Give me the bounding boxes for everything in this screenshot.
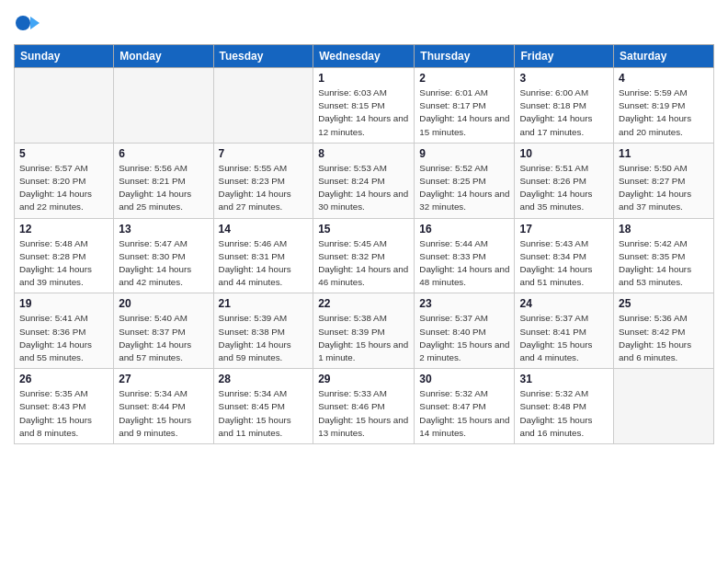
calendar-cell xyxy=(213,68,313,144)
calendar-cell: 6Sunrise: 5:56 AMSunset: 8:21 PMDaylight… xyxy=(114,143,213,218)
calendar-cell xyxy=(15,68,114,144)
day-number: 4 xyxy=(619,72,709,85)
calendar-cell: 5Sunrise: 5:57 AMSunset: 8:20 PMDaylight… xyxy=(15,143,114,218)
calendar-cell: 15Sunrise: 5:45 AMSunset: 8:32 PMDayligh… xyxy=(313,218,415,293)
day-header: Friday xyxy=(515,45,614,68)
logo xyxy=(14,9,47,37)
day-header: Monday xyxy=(114,45,213,68)
calendar-cell: 28Sunrise: 5:34 AMSunset: 8:45 PMDayligh… xyxy=(213,369,313,444)
day-info: Sunrise: 5:45 AMSunset: 8:32 PMDaylight:… xyxy=(318,237,409,290)
day-header: Thursday xyxy=(415,45,515,68)
day-number: 24 xyxy=(519,297,609,310)
calendar-cell: 31Sunrise: 5:32 AMSunset: 8:48 PMDayligh… xyxy=(515,369,614,444)
calendar-cell: 3Sunrise: 6:00 AMSunset: 8:18 PMDaylight… xyxy=(515,68,614,144)
day-info: Sunrise: 5:55 AMSunset: 8:23 PMDaylight:… xyxy=(219,162,309,214)
day-number: 22 xyxy=(318,297,409,310)
day-number: 10 xyxy=(519,147,609,160)
day-info: Sunrise: 5:41 AMSunset: 8:36 PMDaylight:… xyxy=(19,312,108,364)
calendar-cell: 21Sunrise: 5:39 AMSunset: 8:38 PMDayligh… xyxy=(213,293,313,369)
day-number: 26 xyxy=(19,373,108,385)
calendar-cell: 19Sunrise: 5:41 AMSunset: 8:36 PMDayligh… xyxy=(15,293,114,369)
day-info: Sunrise: 5:34 AMSunset: 8:45 PMDaylight:… xyxy=(219,387,309,440)
calendar-cell: 4Sunrise: 5:59 AMSunset: 8:19 PMDaylight… xyxy=(614,68,714,144)
calendar-cell: 29Sunrise: 5:33 AMSunset: 8:46 PMDayligh… xyxy=(313,369,415,444)
day-number: 3 xyxy=(519,72,609,85)
day-number: 9 xyxy=(419,147,509,160)
calendar-cell: 25Sunrise: 5:36 AMSunset: 8:42 PMDayligh… xyxy=(614,293,714,369)
day-info: Sunrise: 6:03 AMSunset: 8:15 PMDaylight:… xyxy=(318,86,409,139)
calendar-cell: 26Sunrise: 5:35 AMSunset: 8:43 PMDayligh… xyxy=(15,369,114,444)
calendar-page: SundayMondayTuesdayWednesdayThursdayFrid… xyxy=(0,0,728,563)
day-info: Sunrise: 5:59 AMSunset: 8:19 PMDaylight:… xyxy=(619,86,709,139)
day-number: 31 xyxy=(519,373,609,385)
day-info: Sunrise: 5:38 AMSunset: 8:39 PMDaylight:… xyxy=(318,312,409,364)
day-number: 15 xyxy=(318,223,409,236)
day-number: 2 xyxy=(419,72,509,85)
day-info: Sunrise: 5:37 AMSunset: 8:41 PMDaylight:… xyxy=(519,312,609,364)
day-info: Sunrise: 5:40 AMSunset: 8:37 PMDaylight:… xyxy=(119,312,208,364)
calendar-cell: 17Sunrise: 5:43 AMSunset: 8:34 PMDayligh… xyxy=(515,218,614,293)
calendar-cell: 13Sunrise: 5:47 AMSunset: 8:30 PMDayligh… xyxy=(114,218,213,293)
calendar-cell: 1Sunrise: 6:03 AMSunset: 8:15 PMDaylight… xyxy=(313,68,415,144)
day-number: 7 xyxy=(219,147,309,160)
calendar-cell: 11Sunrise: 5:50 AMSunset: 8:27 PMDayligh… xyxy=(614,143,714,218)
day-info: Sunrise: 5:33 AMSunset: 8:46 PMDaylight:… xyxy=(318,387,409,440)
day-number: 18 xyxy=(619,223,709,236)
day-info: Sunrise: 5:36 AMSunset: 8:42 PMDaylight:… xyxy=(619,312,709,364)
day-number: 17 xyxy=(519,223,609,236)
calendar-cell: 20Sunrise: 5:40 AMSunset: 8:37 PMDayligh… xyxy=(114,293,213,369)
svg-marker-1 xyxy=(30,17,40,29)
day-number: 19 xyxy=(19,297,108,310)
calendar-cell: 18Sunrise: 5:42 AMSunset: 8:35 PMDayligh… xyxy=(614,218,714,293)
day-info: Sunrise: 5:52 AMSunset: 8:25 PMDaylight:… xyxy=(419,162,509,214)
day-number: 27 xyxy=(119,373,208,385)
calendar-cell: 2Sunrise: 6:01 AMSunset: 8:17 PMDaylight… xyxy=(415,68,515,144)
day-header: Tuesday xyxy=(213,45,313,68)
day-info: Sunrise: 5:51 AMSunset: 8:26 PMDaylight:… xyxy=(519,162,609,214)
day-info: Sunrise: 5:37 AMSunset: 8:40 PMDaylight:… xyxy=(419,312,509,364)
day-number: 23 xyxy=(419,297,509,310)
calendar-cell xyxy=(614,369,714,444)
day-number: 13 xyxy=(119,223,208,236)
calendar-cell: 9Sunrise: 5:52 AMSunset: 8:25 PMDaylight… xyxy=(415,143,515,218)
day-info: Sunrise: 5:53 AMSunset: 8:24 PMDaylight:… xyxy=(318,162,409,214)
logo-icon xyxy=(14,9,41,37)
day-info: Sunrise: 5:47 AMSunset: 8:30 PMDaylight:… xyxy=(119,237,208,290)
day-header: Wednesday xyxy=(313,45,415,68)
day-info: Sunrise: 5:32 AMSunset: 8:48 PMDaylight:… xyxy=(519,387,609,440)
calendar-cell: 8Sunrise: 5:53 AMSunset: 8:24 PMDaylight… xyxy=(313,143,415,218)
day-header: Saturday xyxy=(614,45,714,68)
calendar-cell: 23Sunrise: 5:37 AMSunset: 8:40 PMDayligh… xyxy=(415,293,515,369)
header-row: SundayMondayTuesdayWednesdayThursdayFrid… xyxy=(15,45,714,68)
day-info: Sunrise: 5:34 AMSunset: 8:44 PMDaylight:… xyxy=(119,387,208,440)
day-number: 11 xyxy=(619,147,709,160)
day-info: Sunrise: 5:39 AMSunset: 8:38 PMDaylight:… xyxy=(219,312,309,364)
calendar-cell: 14Sunrise: 5:46 AMSunset: 8:31 PMDayligh… xyxy=(213,218,313,293)
calendar-cell: 30Sunrise: 5:32 AMSunset: 8:47 PMDayligh… xyxy=(415,369,515,444)
day-header: Sunday xyxy=(15,45,114,68)
calendar-cell xyxy=(114,68,213,144)
day-number: 30 xyxy=(419,373,509,385)
day-number: 6 xyxy=(119,147,208,160)
day-info: Sunrise: 5:48 AMSunset: 8:28 PMDaylight:… xyxy=(19,237,108,290)
day-number: 29 xyxy=(318,373,409,385)
day-number: 14 xyxy=(219,223,309,236)
calendar-cell: 22Sunrise: 5:38 AMSunset: 8:39 PMDayligh… xyxy=(313,293,415,369)
day-info: Sunrise: 5:56 AMSunset: 8:21 PMDaylight:… xyxy=(119,162,208,214)
calendar-cell: 27Sunrise: 5:34 AMSunset: 8:44 PMDayligh… xyxy=(114,369,213,444)
day-info: Sunrise: 5:32 AMSunset: 8:47 PMDaylight:… xyxy=(419,387,509,440)
day-number: 28 xyxy=(219,373,309,385)
calendar-cell: 12Sunrise: 5:48 AMSunset: 8:28 PMDayligh… xyxy=(15,218,114,293)
header xyxy=(14,9,714,37)
day-number: 12 xyxy=(19,223,108,236)
day-info: Sunrise: 6:00 AMSunset: 8:18 PMDaylight:… xyxy=(519,86,609,139)
day-info: Sunrise: 5:44 AMSunset: 8:33 PMDaylight:… xyxy=(419,237,509,290)
calendar-cell: 10Sunrise: 5:51 AMSunset: 8:26 PMDayligh… xyxy=(515,143,614,218)
calendar-row: 5Sunrise: 5:57 AMSunset: 8:20 PMDaylight… xyxy=(15,143,714,218)
day-number: 5 xyxy=(19,147,108,160)
day-number: 20 xyxy=(119,297,208,310)
day-number: 8 xyxy=(318,147,409,160)
calendar-row: 19Sunrise: 5:41 AMSunset: 8:36 PMDayligh… xyxy=(15,293,714,369)
day-info: Sunrise: 5:50 AMSunset: 8:27 PMDaylight:… xyxy=(619,162,709,214)
calendar-table: SundayMondayTuesdayWednesdayThursdayFrid… xyxy=(14,44,714,444)
